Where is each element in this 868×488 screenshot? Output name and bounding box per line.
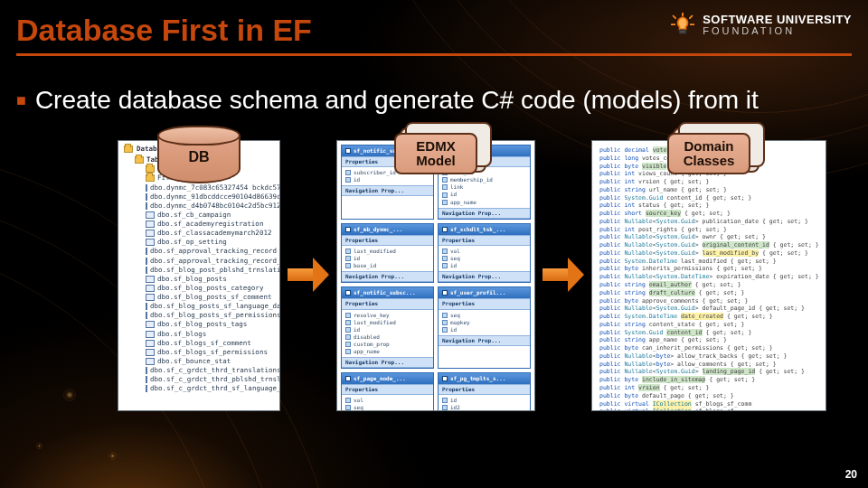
db-table-item: dbo.sf_blog_posts_sf_comment xyxy=(146,293,274,302)
table-icon xyxy=(146,202,147,210)
edmx-property: id xyxy=(442,397,526,404)
property-icon xyxy=(345,177,351,183)
edmx-entity-box: sf_notific_subsc...Propertiesresolve_key… xyxy=(341,286,434,369)
db-table-item: dbo.dynmc_d4b0748bc0104c2d5bc91217 xyxy=(146,202,274,211)
code-line: public int status { get; set; } xyxy=(599,202,818,210)
table-icon xyxy=(146,376,147,383)
code-line: public System.DateTime date_created { ge… xyxy=(599,313,818,321)
code-line: public int post_rights { get; set; } xyxy=(599,226,818,234)
edmx-properties-label: Properties xyxy=(342,384,433,395)
arrow-icon xyxy=(288,249,329,299)
folder-icon xyxy=(146,165,155,173)
property-icon xyxy=(442,398,448,403)
entity-icon xyxy=(345,290,351,296)
edmx-entity-box: sf_user_profil...PropertiesseqmapkeyidNa… xyxy=(438,286,531,369)
domain-column: Domain Classes public decimal votes_sum … xyxy=(591,140,826,411)
edmx-entity-header: sf_schdlt_tsk_... xyxy=(439,224,530,235)
entity-icon xyxy=(442,290,448,296)
code-line: public byte can_inherit_permissions { ge… xyxy=(599,344,818,352)
db-label: DB xyxy=(157,126,241,183)
table-icon xyxy=(146,331,155,338)
property-icon xyxy=(345,405,351,410)
table-icon xyxy=(146,385,147,392)
property-icon xyxy=(442,192,448,198)
property-icon xyxy=(442,313,448,318)
code-line: public string email_author { get; set; } xyxy=(599,281,818,289)
svg-line-2 xyxy=(690,16,693,19)
property-icon xyxy=(345,398,351,403)
db-table-item: dbo.sf_blog_posts_tags xyxy=(146,320,274,329)
edmx-column: EDMX Model sf_notific_subsc...Properties… xyxy=(336,140,535,411)
edmx-property: id xyxy=(442,191,526,198)
property-icon xyxy=(442,263,448,268)
edmx-entity-box: sf_schdlt_tsk_...PropertiesvalseqidNavig… xyxy=(438,223,531,284)
edmx-entity-header: sf_user_profil... xyxy=(439,287,530,298)
code-line: public System.DateTime last_modified { g… xyxy=(599,258,818,266)
db-table-item: dbo.sf_blogs_sf_comment xyxy=(146,339,274,348)
entity-icon xyxy=(442,376,448,381)
entity-icon xyxy=(345,376,351,381)
table-icon xyxy=(146,221,155,228)
edmx-property: resolve_key xyxy=(345,312,429,319)
entity-icon xyxy=(345,227,351,232)
property-icon xyxy=(345,263,351,268)
edmx-nav-label: Navigation Prop... xyxy=(439,335,530,346)
domain-label: Domain Classes xyxy=(667,133,750,174)
db-table-item: dbo.sf_blog_posts_category xyxy=(146,284,274,293)
table-icon xyxy=(146,184,147,192)
edmx-entity-header: sf_page_node_... xyxy=(342,373,433,384)
db-table-item: dbo.sf_bounce_stat xyxy=(146,357,274,366)
edmx-property: last_modified xyxy=(345,248,429,255)
code-line: public int vrsion { get; set; } xyxy=(599,384,818,392)
table-icon xyxy=(146,285,155,292)
db-table-item: dbo.dynmc_7c083c65327454 bckdc57d xyxy=(146,183,274,192)
code-line: public string content_state { get; set; … xyxy=(599,321,818,329)
table-icon xyxy=(146,193,147,201)
svg-rect-5 xyxy=(680,30,686,33)
code-line: public Nullable<System.DateTime> expirat… xyxy=(599,273,818,281)
property-icon xyxy=(345,327,351,333)
code-line: public Nullable<System.Guid> ownr { get;… xyxy=(599,233,818,241)
edmx-nav-label: Navigation Prop... xyxy=(342,271,433,282)
edmx-property: id xyxy=(442,262,526,269)
edmx-property: seq xyxy=(442,312,526,319)
edmx-properties-label: Properties xyxy=(439,298,530,309)
property-icon xyxy=(345,170,351,175)
code-line: public Nullable<System.Guid> default_pag… xyxy=(599,305,818,313)
edmx-property: val xyxy=(442,248,526,255)
table-icon xyxy=(146,230,155,237)
code-line: public virtual ICollection sf_blogs_sf xyxy=(599,408,818,411)
edmx-property: base_id xyxy=(345,262,429,269)
db-table-item: dbo.sf_academyregistration xyxy=(146,220,274,229)
bullet-text: Create database schema and generate C# c… xyxy=(16,86,759,115)
db-table-item: dbo.sf_c_grdct_thrd_pblshd_trnslt xyxy=(146,375,274,384)
db-table-item: dbo.sf_c_grdct_thrd_translations xyxy=(146,366,274,375)
table-icon xyxy=(146,340,155,347)
edmx-property: val xyxy=(345,397,429,404)
db-table-item: dbo.sf_c_grdct_thrd_sf_language_data xyxy=(146,384,274,393)
property-icon xyxy=(345,320,351,325)
db-table-item: dbo.dynmc_91dbcddcce90104d86639c8468 xyxy=(146,192,274,202)
db-table-item: dbo.sf_op_setting xyxy=(146,238,274,247)
code-line: public Nullable<System.Guid> original_co… xyxy=(599,241,818,249)
edmx-property: seq xyxy=(442,255,526,262)
code-line: public System.Guid content_id { get; set… xyxy=(599,194,818,202)
table-icon xyxy=(146,294,155,301)
code-line: public short source_key { get; set; } xyxy=(599,210,818,218)
entity-icon xyxy=(442,227,448,232)
code-line: public int vrsion { get; set; } xyxy=(599,178,818,186)
property-icon xyxy=(442,320,448,325)
edmx-property: app_name xyxy=(442,199,526,206)
code-line: public byte default_page { get; set; } xyxy=(599,392,818,400)
edmx-entity-box: sf_pg_tmplts_s...Propertiesidid2Navigati… xyxy=(438,372,531,411)
property-icon xyxy=(442,256,448,261)
table-icon xyxy=(146,267,147,274)
property-icon xyxy=(345,249,351,254)
code-line: public virtual ICollection sf_blogs_sf_c… xyxy=(599,400,818,408)
code-line: public Nullable<byte> allow_comments { g… xyxy=(599,361,818,369)
edmx-entity-box: sf_mb_dynmc_...Propertieslast_modifiedid… xyxy=(341,223,434,284)
edmx-property: seq xyxy=(345,404,429,411)
edmx-properties-label: Properties xyxy=(342,298,433,309)
table-icon xyxy=(146,248,147,255)
db-table-item: dbo.sf_blog_posts_sf_permissions xyxy=(146,311,274,320)
